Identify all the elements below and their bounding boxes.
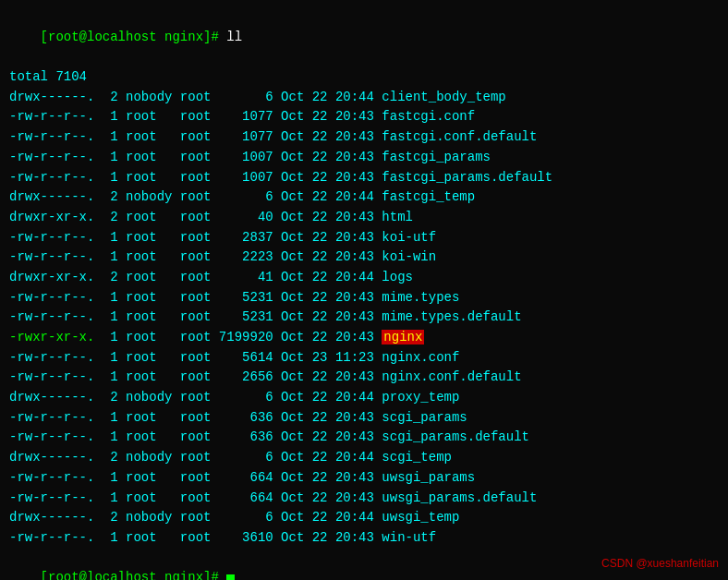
day: 22 (304, 290, 327, 305)
time: 20:44 (328, 90, 374, 104)
permissions: drwx------. (9, 450, 94, 465)
group: root (172, 330, 211, 344)
file-row: -rw-r--r--. 1 root root 664 Oct 22 20:43… (9, 489, 719, 509)
month: Oct (273, 429, 305, 444)
month: Oct (273, 490, 305, 505)
user: nobody (118, 390, 173, 405)
size: 664 (211, 470, 273, 485)
month: Oct (273, 290, 305, 305)
user: root (118, 109, 173, 124)
size: 3610 (211, 530, 273, 545)
month: Oct (273, 450, 305, 465)
group: root (172, 410, 211, 425)
month: Oct (273, 390, 305, 405)
watermark: CSDN @xueshanfeitian (601, 555, 719, 573)
user: root (118, 350, 173, 365)
group: root (172, 290, 211, 305)
group: root (172, 249, 211, 264)
month: Oct (273, 350, 305, 365)
links: 2 (94, 270, 117, 284)
links: 1 (94, 369, 117, 384)
user: root (118, 270, 173, 284)
size: 2223 (211, 249, 273, 264)
file-row: drwx------. 2 nobody root 6 Oct 22 20:44… (9, 88, 719, 108)
permissions: -rw-r--r--. (9, 249, 94, 264)
size: 5231 (211, 290, 273, 305)
group: root (172, 429, 211, 444)
day: 22 (304, 270, 327, 284)
filename: win-utf (382, 530, 436, 545)
permissions: -rw-r--r--. (9, 150, 94, 164)
group: root (172, 270, 211, 284)
group: root (172, 309, 211, 324)
month: Oct (273, 150, 305, 164)
size: 2837 (211, 230, 273, 245)
file-row: -rw-r--r--. 1 root root 2223 Oct 22 20:4… (9, 248, 719, 268)
time: 20:43 (328, 369, 374, 384)
cursor (226, 574, 235, 580)
filename: nginx.conf.default (382, 369, 521, 384)
day: 22 (304, 150, 327, 164)
time: 20:43 (328, 410, 374, 425)
month: Oct (273, 210, 305, 224)
time: 20:43 (328, 170, 374, 185)
command-ll: ll (226, 30, 242, 44)
links: 1 (94, 410, 117, 425)
day: 22 (304, 109, 327, 124)
file-row: drwx------. 2 nobody root 6 Oct 22 20:44… (9, 187, 719, 208)
size: 6 (211, 90, 273, 104)
day: 22 (304, 410, 327, 425)
links: 2 (94, 510, 117, 525)
links: 1 (94, 429, 117, 444)
day: 22 (304, 510, 327, 525)
file-row: drwx------. 2 nobody root 6 Oct 22 20:44… (9, 388, 719, 408)
day: 22 (304, 230, 327, 245)
file-row: -rwxr-xr-x. 1 root root 7199920 Oct 22 2… (9, 328, 719, 348)
month: Oct (273, 189, 305, 204)
filename: html (382, 210, 413, 224)
group: root (172, 189, 211, 204)
time: 20:44 (328, 510, 374, 525)
user: root (118, 369, 173, 384)
filename: koi-utf (382, 230, 436, 245)
group: root (172, 129, 211, 144)
day: 22 (304, 390, 327, 405)
day: 22 (304, 249, 327, 264)
filename: uwsgi_params (382, 470, 475, 485)
permissions: -rw-r--r--. (9, 230, 94, 245)
file-row: -rw-r--r--. 1 root root 1007 Oct 22 20:4… (9, 148, 719, 168)
filename: mime.types.default (382, 309, 521, 324)
permissions: drwx------. (9, 390, 94, 405)
permissions: drwxr-xr-x. (9, 210, 94, 224)
links: 2 (94, 210, 117, 224)
user: nobody (118, 450, 173, 465)
group: root (172, 490, 211, 505)
links: 1 (94, 470, 117, 485)
day: 23 (304, 350, 327, 365)
permissions: drwx------. (9, 90, 94, 104)
size: 40 (211, 210, 273, 224)
file-row: -rw-r--r--. 1 root root 1077 Oct 22 20:4… (9, 127, 719, 148)
filename: mime.types (382, 290, 459, 305)
nginx-highlight: nginx (382, 330, 424, 344)
day: 22 (304, 470, 327, 485)
user: root (118, 530, 173, 545)
user: root (118, 330, 173, 344)
day: 22 (304, 490, 327, 505)
permissions: -rw-r--r--. (9, 170, 94, 185)
permissions: drwx------. (9, 189, 94, 204)
filename: client_body_temp (382, 90, 505, 104)
user: root (118, 470, 173, 485)
size: 6 (211, 510, 273, 525)
time: 20:44 (328, 189, 374, 204)
time: 20:43 (328, 470, 374, 485)
group: root (172, 90, 211, 104)
size: 1007 (211, 150, 273, 164)
permissions: -rw-r--r--. (9, 309, 94, 324)
group: root (172, 350, 211, 365)
links: 1 (94, 230, 117, 245)
size: 5231 (211, 309, 273, 324)
day: 22 (304, 429, 327, 444)
month: Oct (273, 230, 305, 245)
group: root (172, 450, 211, 465)
